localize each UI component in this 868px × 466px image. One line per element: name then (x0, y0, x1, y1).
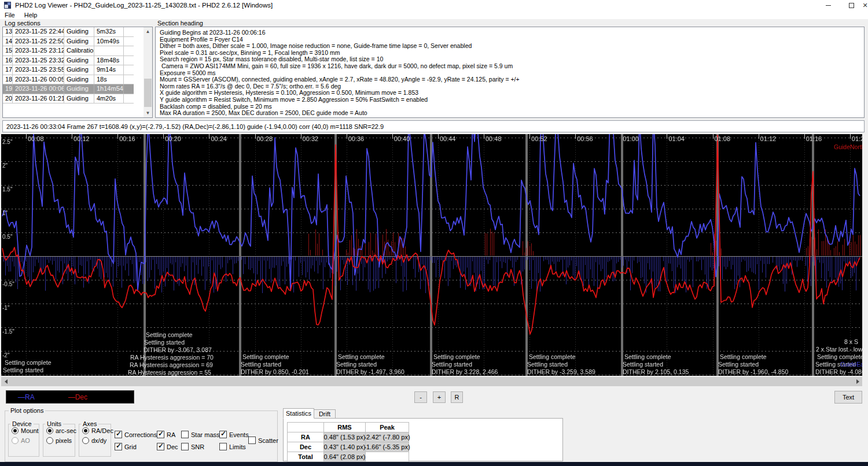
log-row[interactable]: 172023-11-25 23:55:04Guiding9m14s (3, 65, 134, 75)
graph-annotation: Settling complete (720, 353, 767, 360)
stats-header-cell: Peak (366, 423, 409, 432)
stats-header-cell: RMS (324, 423, 365, 432)
graph-annotation: Settling started (432, 361, 472, 368)
x-tick-label: 00:16 (119, 135, 135, 142)
graph-h-scrollbar[interactable] (1, 377, 862, 386)
stats-cell: 0.43" (1.40 px) (324, 442, 365, 452)
radio-pixels[interactable]: pixels (46, 437, 75, 444)
scroll-thumb[interactable] (144, 79, 152, 107)
graph-annotation: Settling started (144, 339, 185, 346)
units-label: Units (45, 420, 63, 427)
log-cell: Guiding (64, 75, 94, 84)
log-cell: 2023-11-26 00:05:21 (13, 75, 64, 84)
stats-cell: Dec (288, 442, 323, 452)
log-cell: 10m49s (94, 37, 124, 46)
section-heading-label: Section heading (157, 20, 203, 27)
close-button[interactable]: ✕ (862, 0, 868, 10)
scroll-right-arrow[interactable] (853, 377, 862, 386)
checkbox-events[interactable]: Events (219, 431, 249, 438)
log-row[interactable]: 142023-11-25 22:50:30Guiding10m49s (3, 37, 134, 47)
log-sections-scrollbar: ▲ ▼ (144, 27, 152, 117)
left-arrow-icon (5, 379, 8, 384)
reset-button[interactable]: R (451, 391, 463, 403)
log-cell: 17 (3, 65, 13, 75)
log-row[interactable]: 202023-11-26 01:21:36Guiding4m20s (3, 94, 134, 104)
y-tick-label: -1.5" (2, 328, 14, 335)
radio-arc-sec[interactable]: arc-sec (46, 427, 75, 434)
graph-annotation: Settling started (241, 361, 281, 368)
menu-bar: File Help (0, 10, 868, 19)
tab-statistics[interactable]: Statistics (283, 408, 314, 419)
radio-dx-dy[interactable]: dx/dy (82, 437, 111, 444)
checkbox-icon (219, 443, 227, 450)
graph-annotation: Settling started (527, 361, 568, 368)
x-tick-label: 00:08 (28, 135, 44, 142)
graph-annotation: 8 x S (844, 338, 858, 345)
scroll-down-arrow[interactable]: ▼ (144, 109, 152, 117)
checkbox-limits[interactable]: Limits (219, 443, 246, 450)
graph-annotation: Settling complete (146, 331, 193, 338)
guide-graph-canvas[interactable] (1, 134, 862, 376)
checkbox-label: Limits (229, 443, 246, 450)
graph-annotation: Settling complete (433, 353, 480, 360)
log-row[interactable]: 192023-11-26 00:06:16Guiding1h14m54s (3, 84, 134, 94)
guide-graph: 00:0800:1200:1600:2000:2400:2800:3200:36… (1, 134, 862, 376)
checkbox-ra[interactable]: RA (157, 431, 175, 438)
log-row[interactable]: 182023-11-26 00:05:21Guiding18s (3, 75, 134, 85)
log-cell: 2023-11-26 01:21:36 (13, 94, 64, 103)
heading-line: Y guide algorithm = Resist Switch, Minim… (160, 97, 860, 103)
log-row[interactable]: 162023-11-25 23:32:13Guiding18m48s (3, 56, 134, 66)
graph-legend: —RA —Dec (6, 390, 134, 404)
log-row[interactable]: 152023-11-25 23:12:37Calibration (3, 46, 134, 56)
graph-annotation: GuideNorth (834, 143, 862, 150)
graph-annotation: DITHER by 3.228, 2.466 (432, 368, 498, 375)
checkbox-snr[interactable]: SNR (181, 443, 204, 450)
x-tick-label: 01:12 (760, 135, 777, 142)
checkbox-scatter[interactable]: Scatter (248, 437, 278, 444)
x-tick-label: 01:04 (668, 135, 685, 142)
radio-circle-icon (46, 427, 53, 434)
scroll-up-arrow[interactable]: ▲ (144, 27, 152, 36)
graph-annotation: Settling started (3, 367, 43, 373)
radio-ra-dec[interactable]: RA/Dec (82, 427, 111, 434)
title-bar: PHD2 Log Viewer - PHD2_GuideLog_2023-11-… (0, 0, 868, 10)
checkbox-icon (181, 443, 189, 450)
log-cell: Guiding (64, 94, 94, 103)
log-cell: 2023-11-25 22:50:30 (13, 37, 64, 46)
radio-ao[interactable]: AO (12, 437, 39, 444)
y-tick-label: 2" (2, 162, 8, 169)
zoom-in-button[interactable]: + (433, 391, 446, 403)
stats-cell: -2.42" (-7.80 px) (366, 432, 409, 442)
x-tick-label: 01:08 (715, 135, 731, 142)
checkbox-star-mass[interactable]: Star mass (181, 431, 220, 438)
checkbox-icon (115, 431, 122, 438)
checkbox-label: RA (167, 431, 175, 438)
log-cell: 13 (3, 27, 13, 36)
checkbox-icon (248, 437, 256, 444)
minimize-button[interactable] (818, 0, 838, 10)
graph-annotation: RA Hysteresis aggression = 69 (130, 361, 213, 368)
log-cell: 18m48s (94, 56, 124, 65)
tab-drift[interactable]: Drift (314, 409, 336, 419)
log-cell: 2023-11-25 23:32:13 (13, 56, 64, 65)
maximize-button[interactable] (841, 0, 861, 10)
text-button[interactable]: Text (834, 391, 862, 404)
scroll-left-arrow[interactable] (1, 377, 10, 386)
checkbox-corrections[interactable]: Corrections (115, 431, 157, 438)
log-cell (94, 46, 124, 56)
zoom-out-button[interactable]: - (414, 391, 427, 403)
menu-file[interactable]: File (0, 10, 20, 19)
log-cell: Guiding (64, 56, 94, 65)
graph-annotation: Settling complete (5, 359, 52, 366)
graph-annotation: Settling complete (624, 353, 671, 360)
menu-help[interactable]: Help (20, 10, 42, 19)
checkbox-dec[interactable]: Dec (157, 443, 178, 450)
log-row[interactable]: 132023-11-25 22:44:47Guiding5m32s (3, 27, 134, 37)
checkbox-grid[interactable]: Grid (115, 443, 137, 450)
x-tick-label: 00:24 (211, 135, 227, 142)
stats-table: RMSPeakRA0.48" (1.53 px)-2.42" (-7.80 px… (287, 422, 409, 462)
radio-mount[interactable]: Mount (12, 427, 39, 434)
log-cell: 20 (3, 94, 13, 103)
log-cell: 9m14s (94, 65, 124, 75)
stats-cell: 0.48" (1.53 px) (324, 432, 365, 442)
